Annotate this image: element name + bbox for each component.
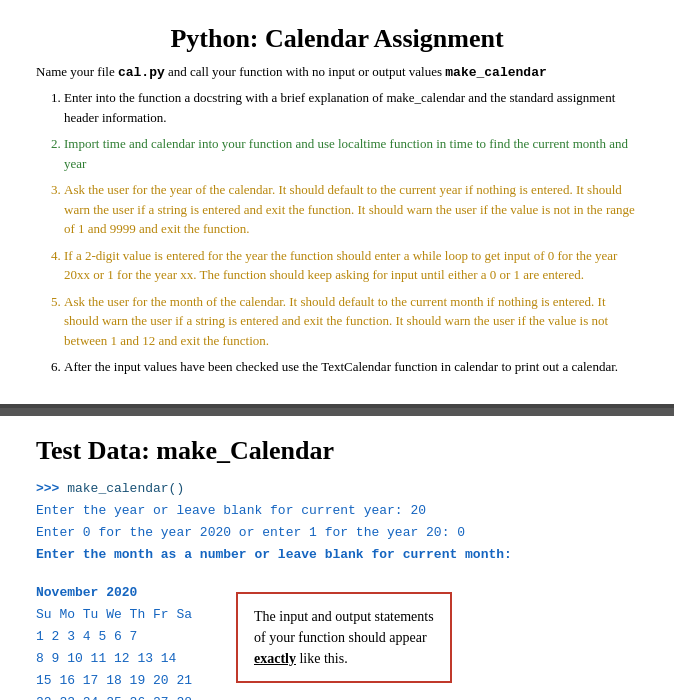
info-line-1: The input and output statements — [254, 609, 434, 624]
bottom-section: Test Data: make_Calendar >>> make_calend… — [0, 416, 674, 701]
info-line-2: of your function should appear — [254, 630, 427, 645]
file-desc-mid: and call your function with no input or … — [165, 64, 446, 79]
cal-row-4: 22 23 24 25 26 27 28 — [36, 692, 216, 700]
repl-func: make_calendar() — [59, 481, 184, 496]
file-name-code: cal.py — [118, 65, 165, 80]
calendar-section: November 2020 Su Mo Tu We Th Fr Sa 1 2 3… — [36, 582, 638, 700]
info-exactly: exactly — [254, 651, 296, 666]
repl-block: >>> make_calendar() Enter the year or le… — [36, 478, 638, 566]
repl-prompt-line: >>> make_calendar() — [36, 478, 638, 500]
test-data-title: Test Data: make_Calendar — [36, 436, 638, 466]
info-line-3-post: like this. — [296, 651, 348, 666]
repl-prompt: >>> — [36, 481, 59, 496]
list-item-4: If a 2-digit value is entered for the ye… — [64, 246, 638, 285]
repl-line-2: Enter 0 for the year 2020 or enter 1 for… — [36, 522, 638, 544]
repl-line-1: Enter the year or leave blank for curren… — [36, 500, 638, 522]
cal-month-header: November 2020 — [36, 582, 216, 604]
cal-days-header: Su Mo Tu We Th Fr Sa — [36, 604, 216, 626]
section-separator — [0, 408, 674, 416]
page-title: Python: Calendar Assignment — [36, 24, 638, 54]
function-name-code: make_calendar — [445, 65, 546, 80]
list-item-2: Import time and calendar into your funct… — [64, 134, 638, 173]
repl-line-3: Enter the month as a number or leave bla… — [36, 544, 638, 566]
info-box: The input and output statements of your … — [236, 592, 452, 683]
file-desc-pre: Name your file — [36, 64, 118, 79]
calendar-block: November 2020 Su Mo Tu We Th Fr Sa 1 2 3… — [36, 582, 216, 700]
list-item-3: Ask the user for the year of the calenda… — [64, 180, 638, 239]
assignment-list: Enter into the function a docstring with… — [36, 88, 638, 377]
cal-row-3: 15 16 17 18 19 20 21 — [36, 670, 216, 692]
cal-row-1: 1 2 3 4 5 6 7 — [36, 626, 216, 648]
list-item-6: After the input values have been checked… — [64, 357, 638, 377]
list-item-5: Ask the user for the month of the calend… — [64, 292, 638, 351]
list-item-1: Enter into the function a docstring with… — [64, 88, 638, 127]
file-description: Name your file cal.py and call your func… — [36, 64, 638, 80]
cal-row-2: 8 9 10 11 12 13 14 — [36, 648, 216, 670]
top-section: Python: Calendar Assignment Name your fi… — [0, 0, 674, 408]
